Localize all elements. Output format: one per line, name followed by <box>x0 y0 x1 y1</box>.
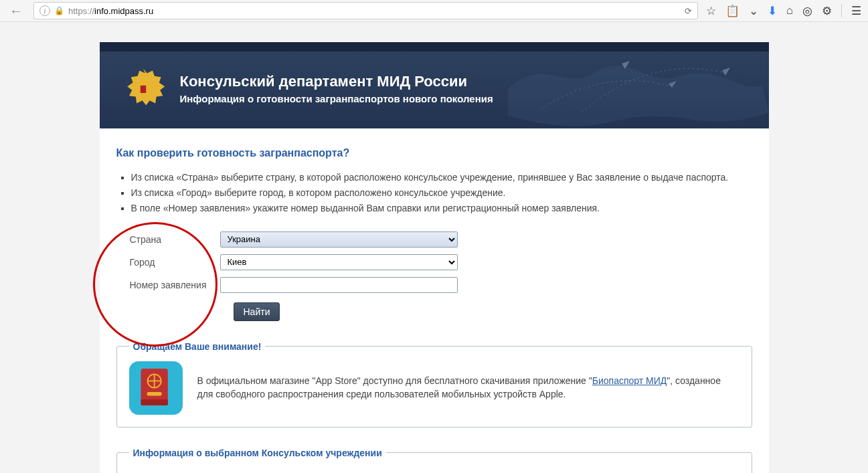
city-select[interactable]: Киев <box>220 254 458 270</box>
list-item: В поле «Номер заявления» укажите номер в… <box>131 202 752 215</box>
url-text: https://info.midpass.ru <box>68 6 681 16</box>
svg-rect-3 <box>140 86 145 93</box>
lock-icon: 🔒 <box>54 6 64 15</box>
emblem-icon <box>120 65 167 112</box>
site-title: Консульский департамент МИД России <box>180 73 493 90</box>
app-link[interactable]: Биопаспорт МИД <box>592 375 667 386</box>
number-label: Номер заявления <box>130 280 220 290</box>
url-bar[interactable]: i 🔒 https://info.midpass.ru ⟳ <box>33 2 698 19</box>
svg-rect-5 <box>141 399 168 405</box>
browser-toolbar: ← i 🔒 https://info.midpass.ru ⟳ ☆ 📋 ⌄ ⬇ … <box>0 0 868 22</box>
header-map-decoration <box>501 49 769 128</box>
notice-text: В официальном магазине "App Store" досту… <box>197 375 740 401</box>
consulate-legend: Информация о выбранном Консульском учреж… <box>129 448 386 458</box>
pocket-icon[interactable]: ⌄ <box>749 4 758 18</box>
city-label: Город <box>130 257 220 268</box>
instruction-list: Из списка «Страна» выберите страну, в ко… <box>116 171 752 215</box>
reload-icon[interactable]: ⟳ <box>685 6 692 16</box>
notice-box: Обращаем Ваше внимание! В офиц <box>116 341 752 428</box>
country-select[interactable]: Украина <box>220 231 458 248</box>
submit-button[interactable]: Найти <box>234 302 280 321</box>
content: Как проверить готовность загранпаспорта?… <box>100 128 769 473</box>
site-subtitle: Информация о готовности загранпаспортов … <box>180 93 493 104</box>
page: Консульский департамент МИД России Инфор… <box>100 42 769 473</box>
back-icon[interactable]: ← <box>7 4 25 17</box>
download-icon[interactable]: ⬇ <box>768 4 777 18</box>
svg-marker-1 <box>722 68 730 76</box>
consulate-info-box: Информация о выбранном Консульском учреж… <box>116 448 752 473</box>
menu-icon[interactable]: ☰ <box>851 4 861 18</box>
bug-icon[interactable]: ⚙ <box>822 4 832 18</box>
toolbar-separator <box>841 4 842 17</box>
clipboard-icon[interactable]: 📋 <box>725 4 740 18</box>
notice-legend: Обращаем Ваше внимание! <box>129 341 266 352</box>
onion-icon[interactable]: ◎ <box>802 4 812 18</box>
site-header: Консульский департамент МИД России Инфор… <box>100 42 769 128</box>
svg-rect-9 <box>147 392 162 396</box>
list-item: Из списка «Страна» выберите страну, в ко… <box>131 171 752 184</box>
list-item: Из списка «Город» выберите город, в кото… <box>131 187 752 199</box>
toolbar-icons: ☆ 📋 ⌄ ⬇ ⌂ ◎ ⚙ ☰ <box>706 4 861 18</box>
country-label: Страна <box>130 234 220 245</box>
info-icon[interactable]: i <box>39 5 50 16</box>
search-form: Страна Украина Город Киев Номер заявлени… <box>130 231 752 321</box>
home-icon[interactable]: ⌂ <box>786 4 793 17</box>
question-heading: Как проверить готовность загранпаспорта? <box>116 147 752 159</box>
star-icon[interactable]: ☆ <box>706 4 716 18</box>
app-icon <box>129 361 183 415</box>
number-input[interactable] <box>220 277 458 293</box>
